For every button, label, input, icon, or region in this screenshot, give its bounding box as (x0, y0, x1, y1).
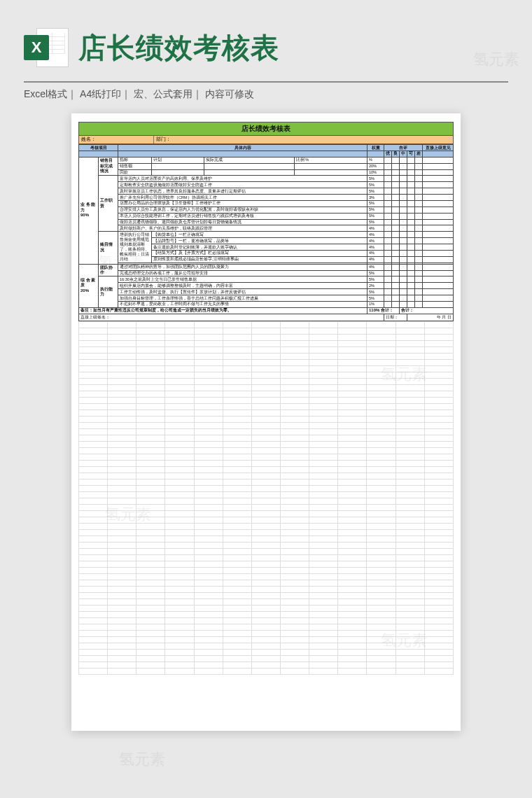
date-label: 日期： (384, 314, 407, 321)
cell: 【购货单位】一栏正确填写 (152, 232, 368, 238)
cell: 5% (368, 176, 384, 182)
cell: 通过对团队精神的宣导，加强团队范围内人员的团队凝聚力 (118, 264, 368, 270)
cell: 店面办公用品的合理摆放及【卫生督察】工作维护工作 (118, 200, 368, 206)
cell: 及时做好商户、客户的关系维护，联络及跟踪管理 (118, 225, 368, 232)
cat-quality: 综 合 素 质20% (79, 264, 99, 307)
cell: 5% (368, 182, 384, 188)
self-d: 可 (407, 150, 415, 157)
cell: 及时掌握店员工作状态，培养其良好服务态度、质量并进行定期评估 (118, 188, 368, 195)
col-weight: 权重 (368, 145, 384, 151)
document-preview: 店长绩效考核表 姓名： 部门： 考核项目 具体内容 权重 自评 直接上级意见 优… (71, 113, 461, 731)
grp-sales: 销售目标完成情况 (99, 157, 118, 176)
sign-label: 直接上级签名： (79, 314, 384, 321)
col-supervisor: 直接上级意见 (423, 145, 454, 151)
cell: 【结算方式】及【开票方式】栏必须填写 (152, 250, 368, 256)
divider (24, 81, 508, 83)
cat-business: 业 务 能 力90% (79, 157, 99, 264)
grp-team: 团队协作 (99, 264, 118, 276)
watermark: 氢元素 (119, 749, 165, 770)
col-self: 自评 (384, 145, 423, 151)
cell: 3% (368, 195, 384, 201)
page-title: 店长绩效考核表 (78, 29, 279, 67)
cell: 不迟到不早退，爱岗敬业，工作时间不做与工作无关的事情 (118, 301, 368, 307)
cell: 4% (368, 238, 384, 244)
meta-line: Excel格式｜ A4纸打印｜ 宏、公式套用｜ 内容可修改 (0, 88, 532, 113)
cell: 5% (368, 219, 384, 225)
cell: 5% (368, 270, 384, 276)
cell: 原则性质和底线必须由店长签字,注明特殊事由 (152, 256, 368, 262)
cell: 5% (368, 213, 384, 219)
name-label: 姓名： (79, 136, 154, 144)
excel-x-badge: X (24, 35, 49, 60)
col-content: 具体内容 (118, 145, 368, 151)
cell: 合理安排人员分工及休息，保证店内人力优化配置，及时做好请假缺点补缺 (118, 206, 368, 213)
cell: 1% (368, 301, 384, 307)
cell: 本店人员综合技能培训工作，定期对店员进行销售技巧跟踪式培训及考核 (118, 213, 368, 219)
self-c: 中 (400, 150, 407, 157)
cell: 富导店内人员对店面资产的高效利用、保养及维护 (118, 176, 368, 182)
cell: 4% (368, 264, 384, 270)
cell: 5% (368, 200, 384, 206)
cell: 销售额 (118, 163, 152, 169)
cell: 4% (368, 250, 384, 256)
total-1: 110% 合计： (368, 307, 400, 314)
cell: 10% (368, 169, 384, 176)
cell: 5% (368, 206, 384, 213)
date-ymd: 年 月 日 (407, 314, 454, 321)
assessment-table: 考核项目 具体内容 权重 自评 直接上级意见 优 良 中 可 差 业 务 能 力… (78, 144, 454, 321)
dept-label: 部门： (154, 136, 453, 144)
page-header: X 店长绩效考核表 (0, 0, 532, 77)
cell: 16:30点之前及时上交当日已发生销售单据 (118, 276, 368, 283)
col-item: 考核项目 (79, 145, 118, 151)
grp-account: 账目情况 (99, 232, 118, 264)
cell: 加强自身目标管理，工作条理性强，善于总结工作问题并积极汇报工作进展 (118, 295, 368, 302)
total-2: 合计： (400, 307, 454, 314)
cell: 2% (368, 283, 384, 289)
excel-icon: X (24, 25, 69, 70)
cell: 5% (368, 295, 384, 302)
cell: 比例 % (294, 157, 367, 163)
cell: 推广并充分利用公司管理软件（CRM）协调相关工作 (118, 195, 368, 201)
cell: 实际完成 (204, 157, 295, 163)
cell: 5% (368, 188, 384, 195)
cell: 定期检查安全防盗设施做好店面做好安全防盗工作 (118, 182, 368, 188)
cell: 工作主动性强，及时监督、执行【宣传件】发放计划，并作反馈评估 (118, 289, 368, 295)
cell: 培训执行公司销售佣金使用规范规则单据清晰了，账务相符、帐实相符；日清月结 (118, 232, 152, 262)
grp-duty: 工作职责 (99, 176, 118, 232)
sheet-title: 店长绩效考核表 (78, 122, 454, 136)
cell: 组织开展店内晨会，能够调整整顿及时，主题明确，内容丰富 (118, 283, 368, 289)
cell: 4% (368, 244, 384, 251)
empty-grid (78, 321, 454, 675)
cell: 4% (368, 225, 384, 232)
cell: 回款 (118, 169, 152, 176)
self-e: 差 (415, 150, 423, 157)
note: 备注：如当月有严重性违反公司规章制度，给公司造成一定损失的当月绩效为零。 (79, 307, 368, 314)
cell: 计划 (152, 157, 204, 163)
self-a: 优 (384, 150, 392, 157)
grp-exec: 执行能力 (99, 276, 118, 307)
cell: 20% (368, 163, 384, 169)
cell: 5% (368, 289, 384, 295)
cell: 【品牌型号】一栏，要准确填写，品类等 (152, 238, 368, 244)
self-b: 良 (392, 150, 400, 157)
cell: 备注退款及时登记到账簿，并退款入账字确认 (152, 244, 368, 251)
cell: 4% (368, 232, 384, 238)
cell: 指标 (118, 157, 152, 163)
name-dept-row: 姓名： 部门： (78, 136, 454, 144)
cell: 做好店员通讯物领取、退回领款及仓库管计划好每日货物储备情况 (118, 219, 368, 225)
cell: 5% (368, 276, 384, 283)
cell: 完成总经理交办的各项工作，服从公司招导安排 (118, 270, 368, 276)
cell: % (368, 157, 384, 163)
cell: 4% (368, 256, 384, 262)
